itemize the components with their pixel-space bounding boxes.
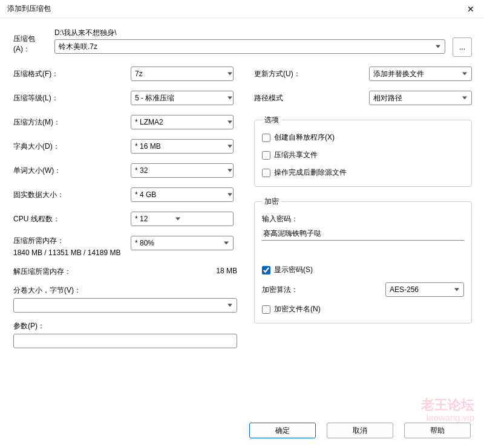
encmethod-row: 加密算法： <box>262 282 464 297</box>
mem-decompress-row: 解压缩所需内存： 18 MB <box>13 267 237 277</box>
word-select[interactable] <box>131 163 234 178</box>
pathmode-row: 路径模式 <box>254 91 472 105</box>
threads-select[interactable] <box>131 212 234 226</box>
split-input[interactable] <box>13 298 237 313</box>
format-label: 压缩格式(F)： <box>13 69 131 79</box>
level-select[interactable] <box>131 91 234 105</box>
threads-label: CPU 线程数： <box>13 214 131 224</box>
password-input[interactable] <box>262 227 464 241</box>
delete-checkbox-row: 操作完成后删除源文件 <box>262 167 464 178</box>
solid-select[interactable] <box>131 187 234 202</box>
watermark-line2: laowang.vip <box>421 413 474 423</box>
level-row: 压缩等级(L)： <box>13 91 237 105</box>
word-label: 单词大小(W)： <box>13 166 131 176</box>
dialog-buttons: 确定 取消 帮助 <box>249 423 471 438</box>
dict-row: 字典大小(D)： <box>13 139 237 154</box>
encrypt-legend: 加密 <box>262 196 281 207</box>
watermark-line1: 老王论坛 <box>421 398 474 412</box>
showpw-checkbox[interactable] <box>262 266 270 274</box>
pw-label: 输入密码： <box>262 214 464 224</box>
archive-name-input[interactable] <box>54 39 445 54</box>
mem-pct-select[interactable] <box>131 236 234 250</box>
dict-label: 字典大小(D)： <box>13 141 131 152</box>
threads-row: CPU 线程数： / 12 <box>13 212 237 226</box>
showpw-label: 显示密码(S) <box>274 265 313 275</box>
titlebar: 添加到压缩包 ✕ <box>0 0 484 18</box>
encnames-checkbox[interactable] <box>262 305 270 314</box>
sfx-label: 创建自释放程序(X) <box>274 132 335 143</box>
encnames-label: 加密文件名(N) <box>274 304 321 314</box>
params-section: 参数(P)： <box>13 321 237 348</box>
mem-decompress-value: 18 MB <box>216 267 237 277</box>
options-legend: 选项 <box>262 115 281 125</box>
encmethod-select[interactable] <box>385 282 464 297</box>
mem-decompress-label: 解压缩所需内存： <box>13 267 71 277</box>
close-icon[interactable]: ✕ <box>462 3 479 15</box>
solid-row: 固实数据大小： <box>13 187 237 202</box>
format-select[interactable] <box>131 67 234 81</box>
format-row: 压缩格式(F)： <box>13 67 237 81</box>
split-section: 分卷大小，字节(V)： <box>13 285 237 313</box>
pathmode-select[interactable] <box>369 91 472 105</box>
update-select[interactable] <box>369 67 472 81</box>
delete-checkbox[interactable] <box>262 169 270 177</box>
cancel-button[interactable]: 取消 <box>327 423 393 438</box>
watermark: 老王论坛 laowang.vip <box>421 398 474 423</box>
shared-label: 压缩共享文件 <box>274 150 318 160</box>
showpw-checkbox-row: 显示密码(S) <box>262 265 464 275</box>
archive-path: D:\我从来不想独身\ <box>54 28 445 38</box>
params-label: 参数(P)： <box>13 321 237 331</box>
delete-label: 操作完成后删除源文件 <box>274 167 347 178</box>
sfx-checkbox[interactable] <box>262 134 270 142</box>
encnames-checkbox-row: 加密文件名(N) <box>262 304 464 314</box>
mem-compress-label: 压缩所需内存： <box>13 236 131 246</box>
solid-label: 固实数据大小： <box>13 190 131 200</box>
options-fieldset: 选项 创建自释放程序(X) 压缩共享文件 操作完成后删除源文件 <box>254 115 472 187</box>
dialog-content: 压缩包(A)： D:\我从来不想独身\ ... 压缩格式(F)： 压缩等级(L)… <box>0 18 484 354</box>
mem-compress-row: 压缩所需内存： 1840 MB / 11351 MB / 14189 MB <box>13 236 237 257</box>
split-label: 分卷大小，字节(V)： <box>13 285 237 296</box>
level-label: 压缩等级(L)： <box>13 93 131 103</box>
update-row: 更新方式(U)： <box>254 67 472 81</box>
shared-checkbox[interactable] <box>262 151 270 160</box>
encmethod-label: 加密算法： <box>262 285 385 295</box>
left-column: 压缩格式(F)： 压缩等级(L)： 压缩方法(M)： 字典大小(D)： 单词大小… <box>13 67 237 348</box>
browse-button[interactable]: ... <box>453 37 472 57</box>
shared-checkbox-row: 压缩共享文件 <box>262 150 464 160</box>
method-label: 压缩方法(M)： <box>13 117 131 128</box>
method-select[interactable] <box>131 115 234 129</box>
word-row: 单词大小(W)： <box>13 163 237 178</box>
dict-select[interactable] <box>131 139 234 154</box>
update-label: 更新方式(U)： <box>254 69 369 79</box>
mem-compress-value: 1840 MB / 11351 MB / 14189 MB <box>13 248 131 257</box>
ok-button[interactable]: 确定 <box>249 423 316 438</box>
params-input[interactable] <box>13 334 237 348</box>
archive-row: 压缩包(A)： D:\我从来不想独身\ ... <box>13 28 472 57</box>
sfx-checkbox-row: 创建自释放程序(X) <box>262 132 464 143</box>
pathmode-label: 路径模式 <box>254 93 369 103</box>
right-column: 更新方式(U)： 路径模式 选项 创建自释放程序(X) 压缩共享文件 <box>254 67 472 348</box>
window-title: 添加到压缩包 <box>7 4 51 14</box>
method-row: 压缩方法(M)： <box>13 115 237 129</box>
help-button[interactable]: 帮助 <box>404 423 471 438</box>
archive-label: 压缩包(A)： <box>13 28 47 54</box>
encrypt-fieldset: 加密 输入密码： 显示密码(S) 加密算法： 加密文件名(N) <box>254 196 472 323</box>
